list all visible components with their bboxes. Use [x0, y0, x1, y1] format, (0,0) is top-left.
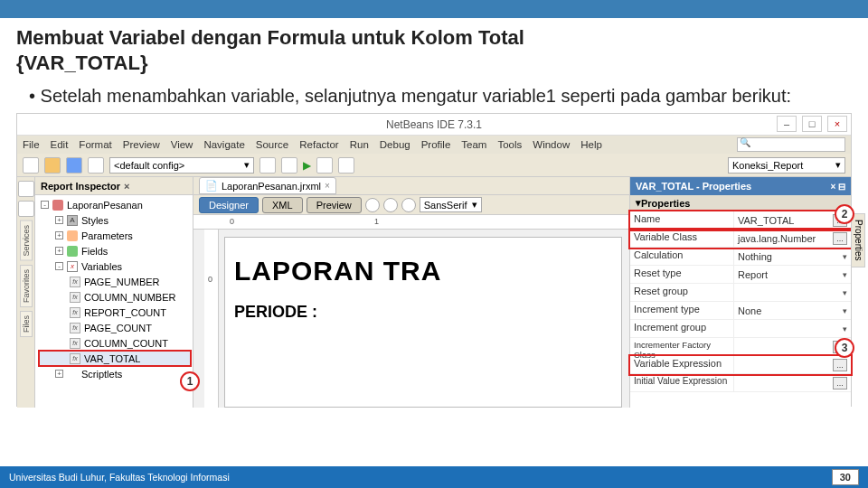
tree-root[interactable]: -LaporanPesanan — [39, 197, 191, 212]
chevron-down-icon[interactable]: ▾ — [843, 288, 847, 297]
gutter-icon-1[interactable] — [18, 181, 34, 197]
menu-file[interactable]: File — [23, 139, 40, 150]
tree-var-total[interactable]: fxVAR_TOTAL — [39, 351, 191, 366]
tree-var-column-count[interactable]: fxCOLUMN_COUNT — [39, 335, 191, 351]
menu-window[interactable]: Window — [533, 139, 570, 150]
slide-content: Membuat Variabel dengan Formula untuk Ko… — [0, 18, 868, 108]
close-icon[interactable]: × — [124, 181, 129, 192]
menu-view[interactable]: View — [171, 139, 193, 150]
prop-initial-value-expression[interactable]: Initial Value Expression... — [630, 374, 851, 392]
search-input[interactable] — [737, 137, 845, 152]
close-icon[interactable]: × ⊟ — [830, 182, 845, 192]
prop-reset-group[interactable]: Reset group▾ — [630, 284, 851, 302]
menu-run[interactable]: Run — [350, 139, 369, 150]
debug-icon[interactable] — [316, 157, 333, 174]
menu-format[interactable]: Format — [79, 139, 111, 150]
menu-refactor[interactable]: Refactor — [299, 139, 338, 150]
connection-select[interactable]: Koneksi_Report ▾ — [728, 157, 845, 174]
menu-help[interactable]: Help — [580, 139, 602, 150]
parameters-icon — [67, 230, 78, 241]
run-icon[interactable]: ▶ — [303, 159, 311, 172]
zoom-out-icon[interactable] — [383, 198, 398, 212]
chevron-down-icon[interactable]: ▾ — [843, 270, 847, 279]
prop-variable-class[interactable]: Variable Classjava.lang.Number... — [630, 230, 851, 248]
document-tab[interactable]: 📄 LaporanPesanan.jrxml × — [199, 177, 336, 194]
prop-reset-type[interactable]: Reset typeReport▾ — [630, 266, 851, 284]
prop-increment-type[interactable]: Increment typeNone▾ — [630, 302, 851, 320]
tab-favorites[interactable]: Favorites — [20, 265, 33, 307]
expand-icon[interactable]: + — [55, 216, 63, 224]
tree-scriptlets[interactable]: +Scriptlets — [39, 366, 191, 381]
menu-source[interactable]: Source — [256, 139, 288, 150]
report-title-text[interactable]: LAPORAN TRA — [234, 256, 612, 286]
title-line-1: Membuat Variabel dengan Formula untuk Ko… — [16, 26, 524, 49]
tree-var-page-number[interactable]: fxPAGE_NUMBER — [39, 274, 191, 289]
close-button[interactable]: × — [827, 116, 847, 132]
tree-parameters[interactable]: +Parameters — [39, 228, 191, 243]
clean-build-icon[interactable] — [281, 157, 297, 174]
new-file-icon[interactable] — [23, 157, 39, 174]
maximize-button[interactable]: □ — [802, 116, 822, 132]
tab-xml[interactable]: XML — [262, 197, 303, 213]
menu-debug[interactable]: Debug — [380, 139, 410, 150]
inspector-tab[interactable]: Report Inspector × — [35, 177, 193, 195]
edit-button[interactable]: ... — [833, 232, 847, 245]
font-select[interactable]: SansSerif▾ — [420, 197, 483, 212]
fx-icon: fx — [70, 353, 80, 364]
expand-icon[interactable]: + — [55, 247, 63, 255]
ide-main-row: Services Favorites Files Report Inspecto… — [17, 177, 851, 408]
menu-profile[interactable]: Profile — [421, 139, 451, 150]
design-canvas[interactable]: 0 LAPORAN TRA PERIODE : — [193, 230, 629, 408]
tab-preview[interactable]: Preview — [307, 197, 362, 213]
close-icon[interactable]: × — [325, 181, 330, 191]
prop-calculation[interactable]: CalculationNothing▾ — [630, 248, 851, 266]
gutter-icon-2[interactable] — [18, 201, 34, 217]
profile-icon[interactable] — [338, 157, 354, 174]
tree-var-page-count[interactable]: fxPAGE_COUNT — [39, 320, 191, 335]
expand-icon[interactable]: + — [55, 231, 63, 239]
prop-variable-expression[interactable]: Variable Expression... — [630, 356, 851, 374]
minimize-button[interactable]: – — [777, 116, 797, 132]
properties-title: VAR_TOTAL - Properties — [636, 181, 751, 192]
slide-top-accent — [0, 0, 868, 18]
report-icon — [52, 200, 63, 211]
save-all-icon[interactable] — [66, 157, 82, 174]
styles-icon: A — [67, 215, 78, 226]
tab-files[interactable]: Files — [20, 311, 33, 337]
build-icon[interactable] — [259, 157, 276, 174]
tree-var-report-count[interactable]: fxREPORT_COUNT — [39, 305, 191, 320]
expand-icon[interactable]: + — [55, 370, 63, 378]
edit-button[interactable]: ... — [833, 359, 847, 371]
collapse-icon[interactable]: - — [55, 262, 63, 270]
menu-preview[interactable]: Preview — [123, 139, 160, 150]
menu-edit[interactable]: Edit — [51, 139, 69, 150]
zoom-fit-icon[interactable] — [401, 198, 416, 212]
config-select[interactable]: <default config> ▾ — [109, 157, 254, 174]
report-subtitle-text[interactable]: PERIODE : — [234, 303, 612, 322]
chevron-down-icon[interactable]: ▾ — [843, 252, 847, 261]
menu-tools[interactable]: Tools — [497, 139, 522, 150]
expand-icon[interactable]: - — [41, 201, 49, 209]
undo-icon[interactable] — [88, 157, 104, 174]
tab-properties-side[interactable]: Properties — [851, 213, 865, 267]
chevron-down-icon[interactable]: ▾ — [843, 306, 847, 315]
properties-section[interactable]: ▾ Properties — [630, 195, 851, 211]
tree-fields[interactable]: +Fields — [39, 243, 191, 258]
tab-designer[interactable]: Designer — [199, 197, 259, 213]
document-tab-label: LaporanPesanan.jrxml — [222, 181, 321, 192]
prop-incrementer-factory[interactable]: Incrementer Factory Class... — [630, 338, 851, 356]
prop-name[interactable]: NameVAR_TOTAL... — [630, 211, 851, 230]
chevron-down-icon[interactable]: ▾ — [843, 324, 847, 333]
inspector-tab-label: Report Inspector — [41, 181, 120, 192]
open-project-icon[interactable] — [44, 157, 61, 174]
prop-increment-group[interactable]: Increment group▾ — [630, 320, 851, 338]
menu-team[interactable]: Team — [461, 139, 486, 150]
tree-styles[interactable]: +AStyles — [39, 212, 191, 228]
menu-navigate[interactable]: Navigate — [203, 139, 244, 150]
edit-button[interactable]: ... — [833, 377, 847, 389]
tree-variables[interactable]: -xVariables — [39, 258, 191, 274]
tab-services[interactable]: Services — [20, 221, 33, 261]
zoom-in-icon[interactable] — [365, 198, 380, 212]
callout-1: 1 — [180, 371, 200, 391]
tree-var-column-number[interactable]: fxCOLUMN_NUMBER — [39, 289, 191, 305]
